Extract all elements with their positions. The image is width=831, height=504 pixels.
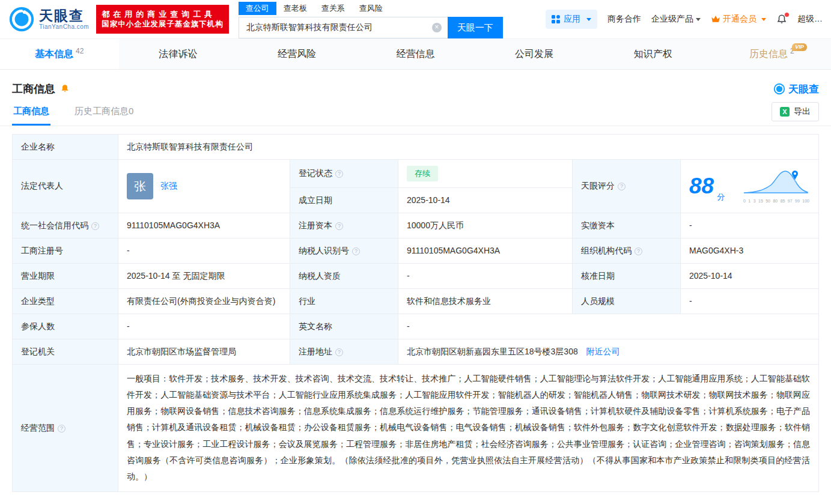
row-term: 营业期限 2025-10-14 至 无固定期限 纳税人资质 - 核准日期 202… <box>13 263 819 288</box>
score-label: 天眼评分 <box>573 160 681 213</box>
search-tab-boss[interactable]: 查老板 <box>276 2 314 15</box>
label-text: 注册地址 <box>299 347 332 356</box>
label-text: 纳税人识别号 <box>299 246 349 255</box>
help-icon[interactable] <box>58 425 65 433</box>
help-icon[interactable] <box>335 222 343 230</box>
apps-menu-button[interactable]: 应用 <box>546 10 597 29</box>
company-name-value: 北京特斯联智算科技有限责任公司 <box>118 135 819 160</box>
search-input-wrap <box>239 17 448 38</box>
label-text: 营业期限 <box>21 271 55 281</box>
tab-history-info[interactable]: 历史信息 2 VIP <box>712 39 831 69</box>
notifications-bell-icon[interactable] <box>776 14 787 25</box>
approved-date-value: 2025-10-14 <box>681 263 819 288</box>
credit-code-value: 91110105MAG0G4XH3A <box>118 213 290 238</box>
enterprise-products-menu[interactable]: 企业级产品 <box>651 14 701 25</box>
subtab-history-business-info[interactable]: 历史工商信息0 <box>73 101 135 126</box>
search-tab-risk[interactable]: 查风险 <box>352 2 390 15</box>
business-scope-value: 一般项目：软件开发；技术服务、技术开发、技术咨询、技术交流、技术转让、技术推广；… <box>127 371 810 485</box>
help-icon[interactable] <box>635 247 642 255</box>
taxpayer-qualification-value: - <box>398 263 573 288</box>
help-icon[interactable] <box>618 183 626 190</box>
score-curve <box>743 168 810 194</box>
row-company-type: 企业类型 有限责任公司(外商投资企业与内资合资) 行业 软件和信息技术服务业 人… <box>13 288 819 314</box>
help-icon[interactable] <box>91 222 99 230</box>
address-cell: 北京市朝阳区朝新嘉园东里五区18号楼3层308 附近公司 <box>398 339 819 364</box>
label-text: 法定代表人 <box>21 181 63 190</box>
nearby-companies-link[interactable]: 附近公司 <box>586 347 620 356</box>
english-name-value: - <box>398 314 819 339</box>
row-business-scope: 经营范围 一般项目：软件开发；技术服务、技术开发、技术咨询、技术交流、技术转让、… <box>13 364 819 491</box>
score-axis-tick: 1 <box>748 198 750 205</box>
score-cell: 88 分 0 1 3 <box>681 160 819 213</box>
business-info-table: 企业名称 北京特斯联智算科技有限责任公司 法定代表人 张 张强 登记状态 存续 … <box>12 134 819 492</box>
tab-count: 42 <box>76 47 84 55</box>
apps-menu-label: 应用 <box>564 14 580 25</box>
established-label: 成立日期 <box>290 187 398 213</box>
tab-intellectual-property[interactable]: 知识产权 <box>594 39 713 69</box>
legal-rep-avatar[interactable]: 张 <box>127 173 153 199</box>
super-vip-link[interactable]: 超级… <box>797 14 823 25</box>
tab-company-development[interactable]: 公司发展 <box>475 39 594 69</box>
tab-label: 经营风险 <box>278 48 316 61</box>
score-distribution-chart: 0 1 3 15 50 80 85 97 99 100 <box>743 168 810 205</box>
reg-status-label: 登记状态 <box>290 160 398 188</box>
top-header: 天眼查 TianYanCha.com 都在用的商业查询工具 国家中小企业发展子基… <box>0 0 831 38</box>
established-value: 2025-10-14 <box>398 187 573 213</box>
label-text: 人员规模 <box>581 296 615 306</box>
tianyancha-logo-icon <box>8 6 35 32</box>
search-tab-relation[interactable]: 查关系 <box>314 2 352 15</box>
tianyancha-logo[interactable]: 天眼查 TianYanCha.com <box>8 6 89 32</box>
business-cooperation-link[interactable]: 商务合作 <box>607 14 641 25</box>
search-tabs: 查公司 查老板 查关系 查风险 <box>239 2 503 15</box>
help-icon[interactable] <box>335 348 343 356</box>
section-header: 工商信息 天眼查 <box>0 70 831 99</box>
label-text: 行业 <box>299 296 315 306</box>
registry-label: 登记机关 <box>13 339 118 364</box>
subtab-business-info[interactable]: 工商信息 <box>12 101 50 126</box>
chevron-down-icon <box>761 18 766 21</box>
score-axis-tick: 100 <box>802 198 809 205</box>
excel-icon <box>780 107 790 117</box>
business-scope-cell: 一般项目：软件开发；技术服务、技术开发、技术咨询、技术交流、技术转让、技术推广；… <box>118 364 819 491</box>
company-name-label: 企业名称 <box>13 135 118 160</box>
tab-operational-risk[interactable]: 经营风险 <box>237 39 356 69</box>
logo-text: 天眼查 TianYanCha.com <box>39 8 89 30</box>
label-text: 天眼评分 <box>581 181 615 190</box>
clear-search-icon[interactable] <box>432 23 442 32</box>
help-icon[interactable] <box>352 247 360 255</box>
search-input[interactable] <box>239 17 448 38</box>
label-text: 英文名称 <box>299 321 332 331</box>
tab-legal-proceedings[interactable]: 法律诉讼 <box>119 39 238 69</box>
promo-line-1: 都在用的商业查询工具 <box>102 9 224 19</box>
insured-count-value: - <box>118 314 290 339</box>
row-insured: 参保人数 - 英文名称 - <box>13 314 819 339</box>
reg-capital-label: 注册资本 <box>290 213 398 238</box>
notification-dot <box>785 13 789 17</box>
legal-rep-cell: 张 张强 <box>118 160 290 213</box>
label-text: 经营范围 <box>21 423 55 433</box>
paid-capital-label: 实缴资本 <box>573 213 681 238</box>
help-icon[interactable] <box>335 170 343 178</box>
legal-rep-label: 法定代表人 <box>13 160 118 213</box>
export-button[interactable]: 导出 <box>772 102 819 121</box>
logo-title: 天眼查 <box>39 8 89 23</box>
tab-label: 历史信息 <box>749 48 788 61</box>
promo-line-2: 国家中小企业发展子基金旗下机构 <box>102 19 224 29</box>
label-text: 纳税人资质 <box>299 271 341 281</box>
open-vip-menu[interactable]: 开通会员 <box>711 14 766 25</box>
watermark-text: 天眼查 <box>788 82 819 96</box>
score-display: 88 分 0 1 3 <box>689 168 810 205</box>
registry-value: 北京市朝阳区市场监督管理局 <box>118 339 290 364</box>
search-tab-company[interactable]: 查公司 <box>239 2 276 15</box>
tab-label: 基本信息 <box>35 48 73 61</box>
subscribe-bell-icon[interactable] <box>60 84 70 94</box>
legal-rep-name-link[interactable]: 张强 <box>160 180 177 192</box>
tab-business-info[interactable]: 经营信息 <box>356 39 475 69</box>
label-text: 企业类型 <box>21 296 55 306</box>
tab-basic-info[interactable]: 基本信息 42 <box>0 39 119 69</box>
score-axis-tick: 80 <box>773 198 778 205</box>
search-button[interactable]: 天眼一下 <box>448 17 503 38</box>
vip-badge: VIP <box>792 43 807 51</box>
search-block: 查公司 查老板 查关系 查风险 天眼一下 <box>239 0 503 38</box>
header-right-nav: 应用 商务合作 企业级产品 开通会员 <box>546 10 823 29</box>
